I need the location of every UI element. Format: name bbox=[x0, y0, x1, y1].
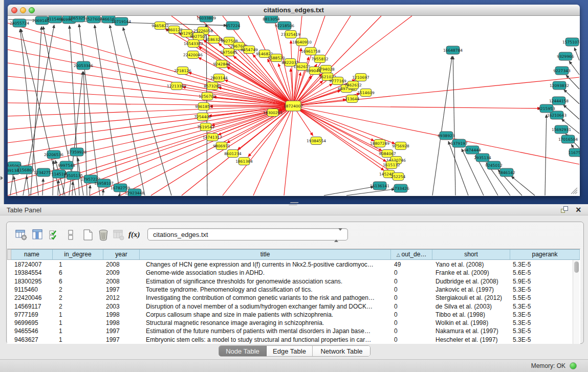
graph-node[interactable]: 252254 bbox=[391, 173, 406, 181]
graph-node[interactable]: 1156863 bbox=[17, 166, 34, 174]
row-options-icon[interactable] bbox=[64, 228, 77, 242]
graph-node[interactable]: 8454749 bbox=[241, 46, 258, 54]
graph-node[interactable]: 7955812 bbox=[311, 55, 329, 63]
panel-collapse-arrow-icon[interactable] bbox=[1, 176, 3, 180]
table-cell[interactable]: de Silva et al. (2003) bbox=[435, 302, 510, 311]
graph-node[interactable]: 2935134 bbox=[474, 154, 491, 162]
graph-node[interactable]: 1514609 bbox=[357, 89, 375, 97]
column-header-name[interactable]: name bbox=[11, 250, 53, 259]
graph-node[interactable]: 9329966 bbox=[557, 52, 574, 60]
graph-node[interactable]: 17016504 bbox=[558, 135, 578, 143]
network-graph[interactable]: 1872400794658229860128991295425226058992… bbox=[8, 16, 580, 196]
graph-node[interactable]: 9777169 bbox=[329, 77, 346, 85]
graph-node[interactable]: 16543382 bbox=[184, 40, 203, 48]
table-row[interactable]: 1456911722003Disruption of a novel membe… bbox=[7, 302, 573, 311]
graph-node[interactable]: 857224 bbox=[226, 21, 241, 30]
graph-node[interactable]: 9245012 bbox=[485, 161, 503, 169]
table-cell[interactable]: 1997 bbox=[106, 336, 140, 344]
table-cell[interactable]: 5.3E-5 bbox=[513, 302, 580, 311]
graph-node[interactable]: 9806971 bbox=[213, 142, 230, 150]
table-cell[interactable]: Jankovic et al. (1997) bbox=[435, 286, 510, 294]
tab-node-table[interactable]: Node Table bbox=[219, 346, 267, 357]
table-cell[interactable]: 5.6E-5 bbox=[513, 269, 580, 277]
graph-node[interactable]: 18724007 bbox=[284, 101, 303, 111]
table-cell[interactable]: 0 bbox=[394, 277, 432, 286]
table-cell[interactable]: 9699695 bbox=[14, 319, 53, 327]
table-cell[interactable]: 0 bbox=[394, 294, 432, 302]
graph-node[interactable]: 12444158 bbox=[549, 97, 569, 105]
table-row[interactable]: 946362711997Embryonic stem cells: a mode… bbox=[7, 336, 573, 344]
table-cell[interactable]: Estimation of the future numbers of pati… bbox=[146, 327, 391, 336]
graph-node[interactable]: 15692931 bbox=[552, 125, 571, 134]
graph-node[interactable]: 16961758 bbox=[301, 48, 320, 55]
table-cell[interactable]: 14569117 bbox=[14, 302, 53, 311]
table-cell[interactable]: Investigating the contribution of common… bbox=[146, 294, 391, 302]
table-row[interactable]: 911546021997Tourette syndrome. Phenomeno… bbox=[7, 286, 573, 294]
graph-node[interactable]: 16648784 bbox=[443, 46, 463, 54]
graph-node[interactable]: 1861364 bbox=[235, 158, 253, 165]
column-header-short[interactable]: short bbox=[432, 250, 510, 259]
graph-node[interactable]: 9927505 bbox=[190, 33, 207, 40]
tab-edge-table[interactable]: Edge Table bbox=[267, 346, 313, 357]
graph-node[interactable]: 1846142 bbox=[498, 168, 515, 177]
graph-node[interactable]: 1256702 bbox=[199, 93, 216, 100]
table-cell[interactable]: 9465546 bbox=[14, 327, 53, 336]
table-vertical-scrollbar[interactable] bbox=[573, 260, 579, 344]
table-cell[interactable]: Yano et al. (2008) bbox=[435, 260, 510, 269]
table-cell[interactable]: 2008 bbox=[106, 260, 140, 269]
import-table-icon[interactable] bbox=[112, 228, 125, 242]
table-cell[interactable]: 22420046 bbox=[14, 294, 53, 302]
graph-node[interactable]: 8813054 bbox=[263, 16, 280, 23]
graph-node[interactable]: 8215953 bbox=[538, 104, 555, 113]
table-cell[interactable]: 5.9E-5 bbox=[513, 277, 580, 286]
function-builder-icon[interactable]: f(x) bbox=[128, 230, 142, 244]
table-cell[interactable]: 0 bbox=[394, 302, 432, 311]
table-cell[interactable]: 9115460 bbox=[14, 286, 53, 294]
table-cell[interactable]: Franke et al. (2009) bbox=[435, 269, 510, 277]
table-cell[interactable]: 5.3E-5 bbox=[513, 319, 580, 327]
table-cell[interactable]: Tourette syndrome. Phenomenology and cla… bbox=[146, 286, 391, 294]
table-cell[interactable]: 1 bbox=[59, 311, 103, 319]
table-cell[interactable]: 5.3E-5 bbox=[513, 260, 580, 269]
graph-canvas[interactable]: 1872400794658229860128991295425226058992… bbox=[8, 16, 580, 196]
table-row[interactable]: 946554611997Estimation of the future num… bbox=[7, 327, 573, 336]
table-cell[interactable]: Changes of HCN gene expression and I(f) … bbox=[146, 260, 391, 269]
create-table-icon[interactable] bbox=[81, 228, 95, 242]
table-cell[interactable]: Wolkin et al. (1998) bbox=[435, 319, 510, 327]
graph-node[interactable]: 9474444 bbox=[464, 146, 481, 154]
table-panel-header[interactable]: Table Panel × bbox=[0, 204, 588, 215]
table-cell[interactable]: 18724007 bbox=[14, 260, 53, 269]
table-row[interactable]: 1938455462009Genome-wide association stu… bbox=[7, 269, 573, 277]
graph-node[interactable]: 9227343 bbox=[553, 67, 571, 75]
table-cell[interactable]: 5.3E-5 bbox=[513, 336, 580, 344]
table-cell[interactable]: 19384554 bbox=[14, 269, 53, 277]
graph-node[interactable]: 213644 bbox=[345, 95, 360, 103]
table-cell[interactable]: 9777169 bbox=[14, 311, 53, 319]
graph-node[interactable]: 6379197 bbox=[450, 139, 468, 147]
table-cell[interactable]: 1 bbox=[59, 336, 103, 344]
graph-node[interactable]: 23325419 bbox=[281, 31, 300, 38]
delete-table-icon[interactable] bbox=[97, 228, 110, 242]
table-row[interactable]: 1872400712008Changes of HCN gene express… bbox=[7, 260, 573, 269]
table-cell[interactable]: 1 bbox=[59, 319, 103, 327]
table-cell[interactable]: Stergiakouli et al. (2012) bbox=[435, 294, 510, 302]
table-cell[interactable]: Disruption of a novel member of a sodium… bbox=[146, 302, 391, 311]
graph-node[interactable]: 17359928 bbox=[67, 148, 86, 156]
graph-node[interactable]: 16033809 bbox=[197, 16, 216, 22]
resize-grip-icon[interactable] bbox=[569, 186, 578, 195]
column-header-year[interactable]: year bbox=[103, 250, 140, 259]
close-panel-icon[interactable]: × bbox=[576, 204, 581, 215]
table-cell[interactable]: 18300295 bbox=[14, 277, 53, 286]
window-titlebar[interactable]: citations_edges.txt bbox=[8, 5, 580, 16]
graph-node[interactable]: 8601234 bbox=[224, 150, 242, 158]
column-header-title[interactable]: title bbox=[140, 250, 391, 259]
float-panel-icon[interactable] bbox=[561, 206, 569, 213]
table-cell[interactable]: Nakamura et al. (1997) bbox=[435, 327, 510, 336]
table-cell[interactable]: 0 bbox=[394, 319, 432, 327]
table-cell[interactable]: Genome-wide association studies in ADHD. bbox=[146, 269, 391, 277]
graph-node[interactable]: 19384554 bbox=[307, 137, 326, 145]
select-columns-icon[interactable] bbox=[48, 228, 61, 242]
table-cell[interactable]: 49 bbox=[394, 260, 432, 269]
graph-node[interactable]: 16136141 bbox=[370, 182, 389, 190]
table-cell[interactable]: 0 bbox=[394, 311, 432, 319]
